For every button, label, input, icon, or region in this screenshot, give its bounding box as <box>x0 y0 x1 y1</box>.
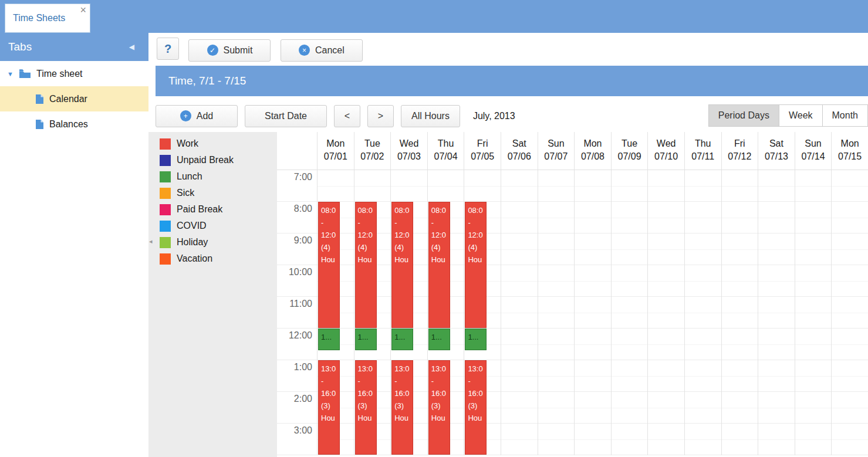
calendar-cell[interactable] <box>648 233 684 265</box>
tree-item-balances[interactable]: Balances <box>0 111 148 137</box>
calendar-cell[interactable] <box>538 297 575 329</box>
calendar-cell[interactable] <box>538 170 575 202</box>
calendar-cell[interactable] <box>538 202 575 233</box>
calendar-cell[interactable] <box>575 265 611 297</box>
calendar-cell[interactable] <box>722 297 758 329</box>
calendar-cell[interactable] <box>501 170 538 202</box>
calendar-cell[interactable] <box>795 202 832 233</box>
calendar-cell[interactable] <box>685 360 721 392</box>
calendar-cell[interactable] <box>832 170 868 202</box>
calendar-cell[interactable] <box>722 392 758 424</box>
calendar-cell[interactable] <box>685 329 721 360</box>
calendar-cell[interactable] <box>612 424 648 455</box>
calendar-cell[interactable] <box>648 297 684 329</box>
close-icon[interactable]: × <box>80 4 86 16</box>
calendar-cell[interactable] <box>758 360 795 392</box>
calendar-cell[interactable] <box>795 297 832 329</box>
calendar-cell[interactable] <box>795 360 832 392</box>
calendar-cell[interactable] <box>648 392 684 424</box>
calendar-cell[interactable] <box>832 265 868 297</box>
next-button[interactable]: > <box>367 105 394 127</box>
calendar-cell[interactable] <box>501 424 538 455</box>
calendar-cell[interactable] <box>538 360 575 392</box>
help-button[interactable]: ? <box>157 38 179 60</box>
calendar-cell[interactable] <box>648 265 684 297</box>
tree-item-calendar[interactable]: Calendar <box>0 86 148 111</box>
calendar-cell[interactable] <box>832 297 868 329</box>
calendar-cell[interactable] <box>612 360 648 392</box>
calendar-cell[interactable] <box>318 170 354 202</box>
event-work-afternoon[interactable]: 13:0-16:0(3)Hou <box>318 360 340 455</box>
calendar-cell[interactable] <box>612 265 648 297</box>
calendar-cell[interactable] <box>832 392 868 424</box>
calendar-cell[interactable] <box>832 424 868 455</box>
calendar-cell[interactable] <box>722 202 758 233</box>
event-lunch[interactable]: 1... <box>465 329 487 350</box>
calendar-cell[interactable] <box>575 392 611 424</box>
event-lunch[interactable]: 1... <box>355 329 377 350</box>
calendar-cell[interactable] <box>758 297 795 329</box>
event-work-morning[interactable]: 08:0-12:0(4)Hou <box>318 202 340 328</box>
calendar-cell[interactable] <box>612 329 648 360</box>
calendar-cell[interactable] <box>795 424 832 455</box>
calendar-cell[interactable] <box>795 392 832 424</box>
view-button-period-days[interactable]: Period Days <box>708 104 779 127</box>
calendar-cell[interactable] <box>575 360 611 392</box>
collapse-sidebar-icon[interactable]: ◀ <box>129 43 134 51</box>
view-button-week[interactable]: Week <box>779 104 823 127</box>
calendar-cell[interactable] <box>538 265 575 297</box>
cancel-button[interactable]: × Cancel <box>281 39 363 62</box>
calendar-cell[interactable] <box>501 329 538 360</box>
calendar-cell[interactable] <box>648 329 684 360</box>
collapse-legend-icon[interactable]: ◂ <box>149 238 153 245</box>
calendar-cell[interactable] <box>538 424 575 455</box>
event-work-afternoon[interactable]: 13:0-16:0(3)Hou <box>391 360 413 455</box>
event-lunch[interactable]: 1... <box>428 329 450 350</box>
calendar-cell[interactable] <box>612 202 648 233</box>
calendar-cell[interactable] <box>464 170 501 202</box>
calendar-cell[interactable] <box>501 265 538 297</box>
calendar-cell[interactable] <box>722 265 758 297</box>
calendar-cell[interactable] <box>612 233 648 265</box>
tree-item-time-sheet[interactable]: ▼Time sheet <box>0 61 148 86</box>
calendar-cell[interactable] <box>685 424 721 455</box>
calendar-cell[interactable] <box>501 392 538 424</box>
event-work-morning[interactable]: 08:0-12:0(4)Hou <box>391 202 413 328</box>
calendar-cell[interactable] <box>538 329 575 360</box>
prev-button[interactable]: < <box>334 105 360 127</box>
add-button[interactable]: + Add <box>156 105 238 127</box>
calendar-cell[interactable] <box>428 170 464 202</box>
calendar-cell[interactable] <box>648 360 684 392</box>
all-hours-button[interactable]: All Hours <box>401 105 460 127</box>
calendar-cell[interactable] <box>685 202 721 233</box>
calendar-cell[interactable] <box>501 233 538 265</box>
chevron-down-icon[interactable]: ▼ <box>7 70 19 77</box>
event-lunch[interactable]: 1... <box>391 329 413 350</box>
calendar-cell[interactable] <box>758 233 795 265</box>
calendar-cell[interactable] <box>648 170 684 202</box>
calendar-cell[interactable] <box>758 202 795 233</box>
calendar-cell[interactable] <box>575 170 611 202</box>
view-button-month[interactable]: Month <box>822 104 868 127</box>
calendar-cell[interactable] <box>758 265 795 297</box>
calendar-cell[interactable] <box>758 329 795 360</box>
calendar-cell[interactable] <box>832 202 868 233</box>
event-lunch[interactable]: 1... <box>318 329 340 350</box>
calendar-cell[interactable] <box>612 392 648 424</box>
event-work-morning[interactable]: 08:0-12:0(4)Hou <box>465 202 487 328</box>
calendar-cell[interactable] <box>832 329 868 360</box>
calendar-cell[interactable] <box>685 392 721 424</box>
calendar-cell[interactable] <box>685 265 721 297</box>
calendar-cell[interactable] <box>758 424 795 455</box>
calendar-cell[interactable] <box>648 424 684 455</box>
calendar-cell[interactable] <box>538 233 575 265</box>
event-work-morning[interactable]: 08:0-12:0(4)Hou <box>428 202 450 328</box>
calendar-cell[interactable] <box>795 265 832 297</box>
calendar-cell[interactable] <box>391 170 427 202</box>
event-work-morning[interactable]: 08:0-12:0(4)Hou <box>355 202 377 328</box>
calendar-cell[interactable] <box>575 202 611 233</box>
submit-button[interactable]: ✓ Submit <box>188 39 271 62</box>
event-work-afternoon[interactable]: 13:0-16:0(3)Hou <box>465 360 487 455</box>
tab-time-sheets[interactable]: Time Sheets × <box>5 4 90 33</box>
calendar-cell[interactable] <box>501 360 538 392</box>
